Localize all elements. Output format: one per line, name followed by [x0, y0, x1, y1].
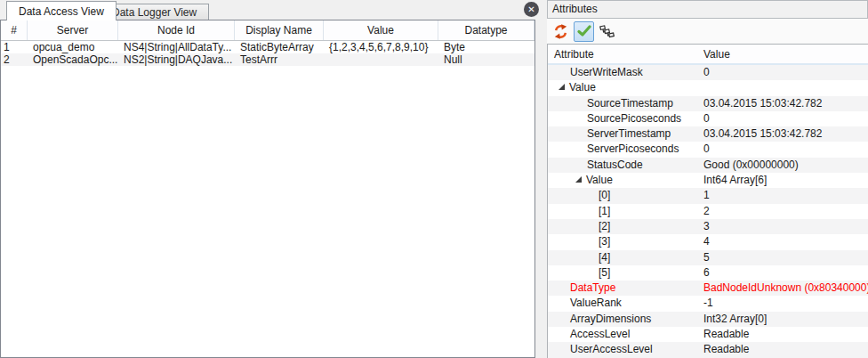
attribute-row[interactable]: [2]3	[548, 219, 868, 234]
tab-data-access-view[interactable]: Data Access View	[6, 1, 117, 20]
table-cell: Null	[438, 53, 534, 66]
monitored-items-table: #ServerNode IdDisplay NameValueDatatype …	[0, 20, 535, 358]
attribute-name-cell: [3]	[548, 234, 702, 249]
attribute-row[interactable]: AccessLevelReadable	[548, 327, 868, 342]
attribute-value: 3	[702, 219, 868, 234]
attribute-value: 5	[702, 250, 868, 265]
column-header-value[interactable]: Value	[702, 45, 868, 63]
attribute-value: 4	[702, 234, 868, 249]
data-view-panel: Data Access View Data Logger View ✕ #Ser…	[0, 0, 546, 358]
column-header-attribute[interactable]: Attribute	[548, 45, 702, 63]
panel-splitter[interactable]	[535, 0, 547, 358]
tree-expander-icon[interactable]	[559, 84, 565, 90]
table-cell: opcua_demo	[28, 41, 118, 53]
main-table-header: #ServerNode IdDisplay NameValueDatatype	[1, 20, 534, 41]
attribute-value: 1	[702, 188, 868, 203]
attribute-row[interactable]: Value	[548, 80, 868, 95]
attribute-row[interactable]: StatusCodeGood (0x00000000)	[548, 158, 868, 173]
attribute-name: [3]	[599, 234, 610, 249]
attribute-value: 0	[702, 111, 868, 126]
attribute-value: 03.04.2015 15:03:42.782	[702, 126, 868, 142]
refresh-attributes-button[interactable]	[551, 21, 571, 42]
attribute-value	[702, 80, 868, 95]
attribute-name: Value	[569, 80, 596, 95]
close-tab-button[interactable]: ✕	[524, 2, 539, 17]
attribute-value: Readable	[702, 327, 868, 342]
table-cell	[324, 53, 438, 66]
attribute-name: ServerPicoseconds	[587, 142, 679, 157]
table-row[interactable]: 1opcua_demoNS4|String|AllDataTy...Static…	[1, 41, 534, 53]
column-header-node-id[interactable]: Node Id	[118, 20, 235, 40]
attribute-name: Value	[586, 173, 613, 188]
view-tabbar: Data Access View Data Logger View ✕	[0, 0, 546, 20]
table-cell: NS4|String|AllDataTy...	[118, 41, 235, 53]
attribute-value: Int64 Array[6]	[702, 173, 868, 188]
attribute-name: SourceTimestamp	[587, 96, 673, 111]
table-cell: OpenScadaOpc...	[28, 53, 118, 66]
attribute-name-cell: Value	[548, 173, 702, 188]
attributes-panel-title: Attributes	[547, 0, 868, 19]
attribute-name: ArrayDimensions	[570, 312, 651, 327]
attribute-row[interactable]: [3]4	[548, 234, 868, 249]
attribute-name-cell: [4]	[548, 250, 702, 265]
copy-tree-view-button[interactable]	[597, 21, 617, 42]
attribute-row[interactable]: [0]1	[548, 188, 868, 203]
confirm-check-icon	[577, 24, 591, 38]
column-header-value[interactable]: Value	[324, 20, 438, 40]
attribute-name-cell: SourcePicoseconds	[548, 111, 702, 126]
attribute-name-cell: SourceTimestamp	[548, 96, 702, 111]
tree-select-icon	[599, 24, 615, 39]
attribute-row[interactable]: ValueRank-1	[548, 296, 868, 311]
attribute-row[interactable]: [4]5	[548, 250, 868, 265]
table-cell: {1,2,3,4,5,6,7,8,9,10}	[324, 41, 438, 53]
column-header-server[interactable]: Server	[28, 20, 118, 40]
attributes-panel: Attributes	[547, 0, 868, 358]
auto-update-toggle-button[interactable]	[574, 21, 594, 42]
attribute-name: SourcePicoseconds	[587, 111, 681, 126]
table-cell: TestArrr	[235, 53, 324, 66]
tree-expander-icon[interactable]	[575, 176, 582, 183]
table-cell: NS2|String|DAQJava...	[118, 53, 235, 66]
attribute-row[interactable]: ValueInt64 Array[6]	[548, 173, 868, 188]
attribute-name-cell: UserAccessLevel	[548, 342, 702, 357]
attribute-row[interactable]: UserAccessLevelReadable	[548, 342, 868, 357]
refresh-icon	[553, 24, 568, 39]
table-row[interactable]: 2OpenScadaOpc...NS2|String|DAQJava...Tes…	[1, 53, 534, 66]
table-cell: StaticByteArray	[235, 41, 324, 53]
column-header-datatype[interactable]: Datatype	[438, 20, 534, 40]
column-header-display-name[interactable]: Display Name	[235, 20, 324, 40]
attribute-row[interactable]: [5]6	[548, 265, 868, 281]
attribute-row[interactable]: [1]2	[548, 204, 868, 219]
attribute-name-cell: [0]	[548, 188, 702, 203]
close-icon: ✕	[527, 2, 534, 17]
attribute-value: 0	[702, 142, 868, 157]
attribute-name: AccessLevel	[570, 327, 630, 342]
attribute-row[interactable]: ArrayDimensionsInt32 Array[0]	[548, 312, 868, 327]
attributes-table: Attribute Value UserWriteMask0ValueSourc…	[547, 44, 868, 358]
attribute-row[interactable]: ServerPicoseconds0	[548, 142, 868, 157]
main-table-rows: 1opcua_demoNS4|String|AllDataTy...Static…	[1, 41, 534, 66]
table-cell: Byte	[438, 41, 534, 53]
attribute-row[interactable]: ServerTimestamp03.04.2015 15:03:42.782	[548, 126, 868, 142]
attribute-row[interactable]: DataTypeBadNodeIdUnknown (0x80340000)	[548, 281, 868, 296]
table-cell: 2	[1, 53, 28, 66]
attribute-name-cell: DataType	[548, 281, 702, 296]
attribute-name: UserWriteMask	[570, 65, 643, 80]
attribute-value: 0	[702, 65, 868, 80]
attribute-name: [2]	[599, 219, 610, 234]
attribute-value: 2	[702, 204, 868, 219]
attribute-value: Int32 Array[0]	[702, 312, 868, 327]
column-header--[interactable]: #	[1, 20, 28, 40]
attribute-name: DataType	[570, 281, 615, 296]
attribute-name-cell: [5]	[548, 265, 702, 281]
attributes-table-rows: UserWriteMask0ValueSourceTimestamp03.04.…	[548, 65, 868, 358]
attribute-name-cell: ServerTimestamp	[548, 126, 702, 142]
attribute-value: Readable	[702, 342, 868, 357]
attribute-name: UserAccessLevel	[570, 342, 653, 357]
attribute-name: [0]	[599, 188, 610, 203]
attribute-row[interactable]: UserWriteMask0	[548, 65, 868, 80]
attribute-row[interactable]: SourcePicoseconds0	[548, 111, 868, 126]
attribute-name: [5]	[599, 265, 610, 281]
attribute-row[interactable]: SourceTimestamp03.04.2015 15:03:42.782	[548, 96, 868, 111]
attribute-name: ValueRank	[570, 296, 622, 311]
